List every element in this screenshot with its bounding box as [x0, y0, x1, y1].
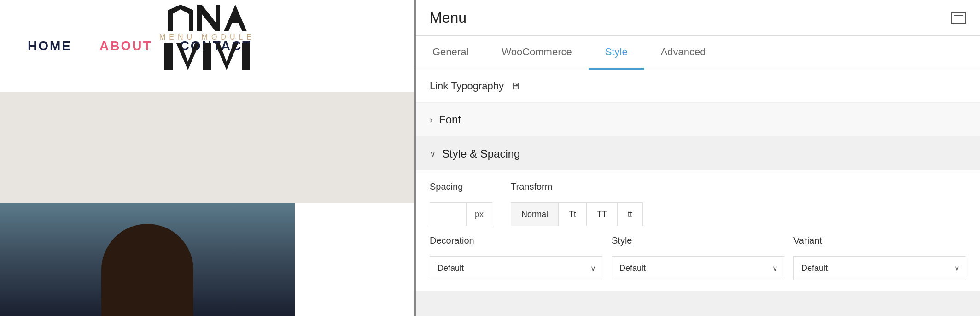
person-head	[101, 224, 193, 316]
monitor-icon[interactable]: 🖥	[511, 81, 520, 92]
spacing-transform-row: Spacing px Transform Normal Tt TT tt	[430, 181, 966, 226]
tabs-bar: General WooCommerce Style Advanced	[416, 36, 980, 70]
logo-letter-m-icon	[168, 5, 193, 31]
spacing-label: Spacing	[430, 181, 492, 192]
variant-group: Variant Default Normal Small-caps ∨	[793, 235, 966, 280]
style-group: Style Default Normal Italic Oblique ∨	[612, 235, 784, 280]
logo-letter-v1-icon	[176, 43, 199, 70]
nav-bar: HOME ABOUT CONTACT MENU MODULE	[0, 0, 414, 92]
link-typography-label: Link Typography	[430, 80, 504, 92]
style-spacing-content: Spacing px Transform Normal Tt TT tt	[416, 170, 980, 291]
svg-marker-7	[215, 43, 238, 70]
logo-letter-i1-icon	[164, 43, 173, 70]
transform-label: Transform	[511, 181, 643, 192]
decoration-style-variant-row: Decoration Default Underline Overline Li…	[430, 235, 966, 280]
variant-label: Variant	[793, 235, 966, 246]
transform-lower-btn[interactable]: tt	[617, 202, 643, 226]
logo-letter-i2-icon	[203, 43, 211, 70]
nav-home[interactable]: HOME	[28, 39, 72, 53]
panel-content: Link Typography 🖥 › Font ∨ Style & Spaci…	[416, 70, 980, 316]
chevron-right-icon: ›	[430, 115, 432, 125]
svg-marker-1	[197, 5, 220, 31]
svg-rect-4	[164, 43, 173, 70]
decoration-select-wrapper: Default Underline Overline Line-through …	[430, 256, 602, 280]
spacing-unit[interactable]: px	[467, 202, 492, 226]
panel-title: Menu	[430, 9, 467, 26]
image-area	[0, 203, 295, 316]
minimize-icon[interactable]	[951, 12, 966, 24]
decoration-label: Decoration	[430, 235, 602, 246]
svg-marker-0	[168, 5, 193, 31]
spacing-group: Spacing px	[430, 181, 492, 226]
style-label: Style	[612, 235, 784, 246]
style-spacing-accordion: ∨ Style & Spacing Spacing px Transform	[416, 137, 980, 291]
chevron-down-icon: ∨	[430, 149, 436, 159]
svg-marker-5	[176, 43, 199, 70]
logo-letter-i3-icon	[242, 43, 250, 70]
font-accordion-header[interactable]: › Font	[416, 103, 980, 136]
transform-upper-btn[interactable]: TT	[586, 202, 617, 226]
transform-title-btn[interactable]: Tt	[558, 202, 586, 226]
tab-style[interactable]: Style	[589, 36, 644, 70]
logo-area: MENU MODULE	[159, 5, 255, 70]
font-accordion: › Font	[416, 103, 980, 136]
transform-group: Transform Normal Tt TT tt	[511, 181, 643, 226]
style-spacing-label: Style & Spacing	[442, 147, 520, 160]
logo-text: MENU MODULE	[159, 33, 255, 41]
logo-bottom-row	[164, 43, 250, 70]
nav-about[interactable]: ABOUT	[99, 39, 152, 53]
logo-letter-n-icon	[197, 5, 220, 31]
settings-panel: Menu General WooCommerce Style Advanced …	[414, 0, 980, 316]
svg-rect-6	[203, 43, 211, 70]
tab-woocommerce[interactable]: WooCommerce	[485, 36, 588, 70]
variant-select[interactable]: Default Normal Small-caps	[793, 256, 966, 280]
preview-area: HOME ABOUT CONTACT MENU MODULE	[0, 0, 414, 316]
svg-rect-3	[233, 18, 237, 20]
panel-header: Menu	[416, 0, 980, 36]
logo-letter-v2-icon	[215, 43, 238, 70]
tab-general[interactable]: General	[416, 36, 485, 70]
content-area	[0, 92, 414, 203]
style-spacing-header[interactable]: ∨ Style & Spacing	[416, 137, 980, 170]
transform-buttons: Normal Tt TT tt	[511, 202, 643, 226]
decoration-select[interactable]: Default Underline Overline Line-through …	[430, 256, 602, 280]
style-select[interactable]: Default Normal Italic Oblique	[612, 256, 784, 280]
spacing-input-group: px	[430, 202, 492, 226]
tab-advanced[interactable]: Advanced	[644, 36, 723, 70]
font-label: Font	[439, 113, 461, 126]
style-select-wrapper: Default Normal Italic Oblique ∨	[612, 256, 784, 280]
variant-select-wrapper: Default Normal Small-caps ∨	[793, 256, 966, 280]
logo-letter-a-icon	[223, 5, 246, 31]
transform-normal-btn[interactable]: Normal	[511, 202, 558, 226]
decoration-group: Decoration Default Underline Overline Li…	[430, 235, 602, 280]
link-typography-section: Link Typography 🖥	[416, 70, 980, 102]
spacing-input[interactable]	[430, 202, 467, 226]
logo-top-row	[168, 5, 246, 31]
svg-rect-8	[242, 43, 250, 70]
